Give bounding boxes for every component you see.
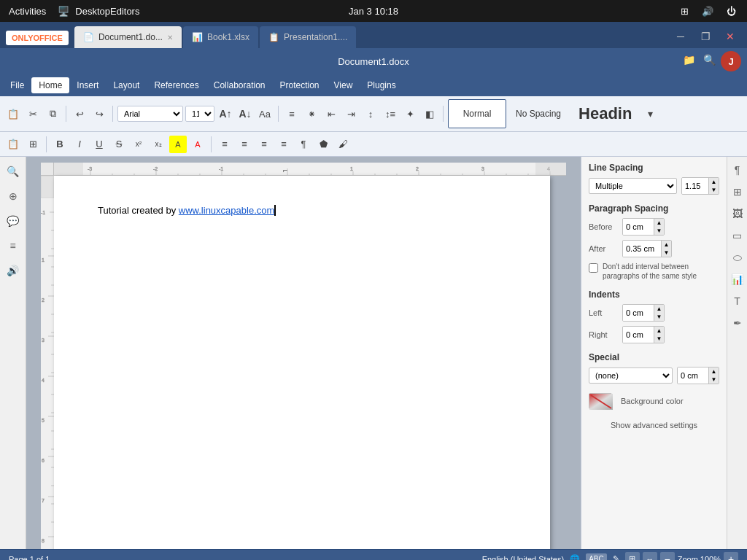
activities-label[interactable]: Activities [9, 6, 46, 17]
same-style-checkbox[interactable] [589, 263, 598, 273]
restore-button[interactable]: ❐ [694, 28, 716, 45]
minimize-button[interactable]: ─ [670, 28, 692, 45]
eraser-button[interactable]: ✦ [401, 105, 419, 122]
zoom-fit-button[interactable]: 🔍 [3, 161, 23, 182]
image-icon[interactable]: 🖼 [729, 205, 746, 222]
tab-excel[interactable]: 📊 Book1.xlsx [183, 26, 258, 48]
find-button[interactable]: ⊕ [3, 186, 23, 206]
after-up[interactable]: ▲ [661, 241, 671, 249]
table-icon[interactable]: ⊞ [729, 183, 746, 201]
increase-indent-button[interactable]: ⇥ [342, 105, 360, 122]
show-formatting-button[interactable]: ¶ [295, 136, 312, 153]
text-art-icon[interactable]: T [729, 292, 746, 310]
document-content[interactable]: Tutorial created by www.linuxcapable.com… [98, 205, 506, 216]
highlight-button[interactable]: A [169, 136, 187, 153]
subscript-button[interactable]: x₂ [150, 136, 167, 153]
zoom-in-button[interactable]: + [724, 552, 738, 561]
menu-insert[interactable]: Insert [69, 77, 106, 93]
align-center-button[interactable]: ≡ [236, 136, 253, 153]
menu-protection[interactable]: Protection [273, 77, 327, 93]
power-icon[interactable]: ⏻ [724, 4, 738, 18]
track-changes-button[interactable]: ≡ [3, 236, 23, 256]
spell-check-icon[interactable]: ABС [586, 553, 607, 560]
zoom-fit-page-button[interactable]: ⊞ [625, 552, 640, 561]
volume-icon[interactable]: 🔊 [700, 4, 715, 18]
italic-button[interactable]: I [71, 136, 88, 153]
align-left-button[interactable]: ≡ [216, 136, 233, 153]
zoom-out-button[interactable]: − [660, 552, 675, 561]
comments-button[interactable]: 💬 [3, 211, 23, 231]
app-logo[interactable]: ONLYOFFICE [6, 31, 69, 45]
header-footer-icon[interactable]: ▭ [729, 227, 746, 244]
tab-ppt[interactable]: 📋 Presentation1.... [260, 26, 356, 48]
font-case-button[interactable]: Aa [256, 105, 274, 122]
right-indent-down[interactable]: ▼ [654, 335, 664, 343]
user-avatar[interactable]: J [721, 51, 741, 71]
before-up[interactable]: ▲ [654, 219, 664, 227]
numbered-list-button[interactable]: ⁕ [303, 105, 320, 122]
font-size-select[interactable]: 11 10 12 [185, 106, 214, 122]
copy-button[interactable]: ⧉ [44, 105, 61, 122]
font-color-button[interactable]: A [189, 136, 206, 153]
menu-plugins[interactable]: Plugins [360, 77, 403, 93]
line-spacing-button[interactable]: ↕≡ [382, 105, 399, 122]
after-down[interactable]: ▼ [661, 249, 671, 257]
style-heading[interactable]: Headin [570, 99, 640, 128]
style-dropdown-button[interactable]: ▾ [641, 99, 659, 128]
special-down[interactable]: ▼ [708, 376, 719, 384]
menu-layout[interactable]: Layout [106, 77, 147, 93]
search-icon[interactable]: 🔍 [700, 51, 718, 69]
language-icon[interactable]: 🌐 [570, 554, 580, 560]
font-family-select[interactable]: Arial Times New Roman Calibri [117, 106, 183, 122]
paste2-button[interactable]: 📋 [4, 136, 22, 153]
network-icon[interactable]: ⊞ [677, 4, 692, 18]
align-right-button[interactable]: ≡ [255, 136, 273, 153]
bg-color-swatch[interactable] [589, 393, 612, 409]
increase-font-button[interactable]: A↑ [217, 105, 234, 122]
line-spacing-down[interactable]: ▼ [708, 186, 719, 194]
before-input[interactable] [623, 219, 654, 235]
sort-button[interactable]: ↕ [362, 105, 379, 122]
strikethrough-button[interactable]: S [110, 136, 128, 153]
language-label[interactable]: English (United States) [482, 555, 565, 561]
align-justify-button[interactable]: ≡ [275, 136, 293, 153]
right-indent-input[interactable] [623, 327, 654, 343]
zoom-width-button[interactable]: ↔ [643, 552, 657, 561]
right-indent-up[interactable]: ▲ [654, 327, 664, 335]
tab-document[interactable]: 📄 Document1.do... ✕ [74, 26, 182, 48]
paragraph-settings-icon[interactable]: ¶ [729, 161, 746, 179]
left-indent-down[interactable]: ▼ [654, 313, 664, 321]
menu-home[interactable]: Home [31, 77, 69, 93]
document-scroll-area[interactable]: -3 -2 -1 1 [26, 157, 581, 549]
line-spacing-up[interactable]: ▲ [708, 178, 719, 186]
close-button[interactable]: ✕ [719, 28, 741, 45]
menu-view[interactable]: View [327, 77, 360, 93]
before-down[interactable]: ▼ [654, 227, 664, 235]
superscript-button[interactable]: x² [130, 136, 147, 153]
bold-button[interactable]: B [51, 136, 69, 153]
left-indent-up[interactable]: ▲ [654, 305, 664, 313]
menu-collaboration[interactable]: Collaboration [206, 77, 273, 93]
menu-references[interactable]: References [147, 77, 206, 93]
menu-file[interactable]: File [3, 77, 31, 93]
speaker-button[interactable]: 🔊 [3, 260, 23, 281]
line-spacing-type-select[interactable]: Multiple Single 1.5 lines Double [589, 178, 677, 194]
shapes-icon[interactable]: ⬭ [729, 249, 746, 266]
style-no-spacing[interactable]: No Spacing [508, 99, 569, 128]
signature-icon[interactable]: ✒ [729, 314, 746, 332]
track-changes-status-icon[interactable]: ✎ [613, 554, 619, 560]
decrease-indent-button[interactable]: ⇤ [322, 105, 340, 122]
tab-doc-close[interactable]: ✕ [167, 34, 173, 42]
style-normal[interactable]: Normal [448, 99, 506, 128]
show-advanced-link[interactable]: Show advanced settings [589, 418, 719, 432]
chart-icon[interactable]: 📊 [729, 271, 746, 288]
after-input[interactable] [623, 241, 661, 257]
underline-button[interactable]: U [90, 136, 108, 153]
left-indent-input[interactable] [623, 305, 654, 321]
special-up[interactable]: ▲ [708, 368, 719, 376]
special-value-input[interactable] [678, 368, 708, 384]
line-spacing-input[interactable] [682, 178, 708, 194]
cut-button[interactable]: ✂ [24, 105, 42, 122]
document-page[interactable]: Tutorial created by www.linuxcapable.com… [54, 176, 550, 549]
format-painter-button[interactable]: 🖌 [334, 136, 352, 153]
